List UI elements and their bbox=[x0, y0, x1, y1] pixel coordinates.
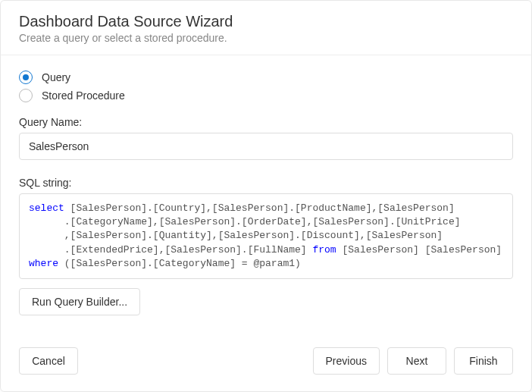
radio-stored-procedure[interactable]: Stored Procedure bbox=[19, 89, 513, 102]
radio-query-indicator bbox=[19, 71, 33, 84]
wizard-subtitle: Create a query or select a stored proced… bbox=[19, 32, 513, 44]
wizard-header: Dashboard Data Source Wizard Create a qu… bbox=[1, 1, 531, 55]
radio-query-label: Query bbox=[42, 71, 70, 83]
wizard-title: Dashboard Data Source Wizard bbox=[19, 13, 513, 30]
wizard-dialog: Dashboard Data Source Wizard Create a qu… bbox=[0, 0, 532, 392]
run-query-builder-button[interactable]: Run Query Builder... bbox=[19, 288, 140, 315]
wizard-body: Query Stored Procedure Query Name: SQL s… bbox=[1, 55, 531, 334]
radio-stored-procedure-label: Stored Procedure bbox=[42, 89, 125, 102]
query-name-label: Query Name: bbox=[19, 116, 513, 128]
finish-button[interactable]: Finish bbox=[454, 347, 513, 375]
radio-stored-procedure-indicator bbox=[19, 89, 33, 102]
cancel-button[interactable]: Cancel bbox=[19, 347, 78, 375]
radio-query[interactable]: Query bbox=[19, 71, 513, 84]
query-name-input[interactable] bbox=[19, 133, 513, 160]
previous-button[interactable]: Previous bbox=[313, 347, 380, 375]
next-button[interactable]: Next bbox=[387, 347, 446, 375]
wizard-footer: Cancel Previous Next Finish bbox=[1, 334, 531, 391]
query-type-radio-group: Query Stored Procedure bbox=[19, 71, 513, 102]
sql-string-label: SQL string: bbox=[19, 177, 513, 189]
sql-string-input[interactable]: select [SalesPerson].[Country],[SalesPer… bbox=[19, 193, 513, 279]
